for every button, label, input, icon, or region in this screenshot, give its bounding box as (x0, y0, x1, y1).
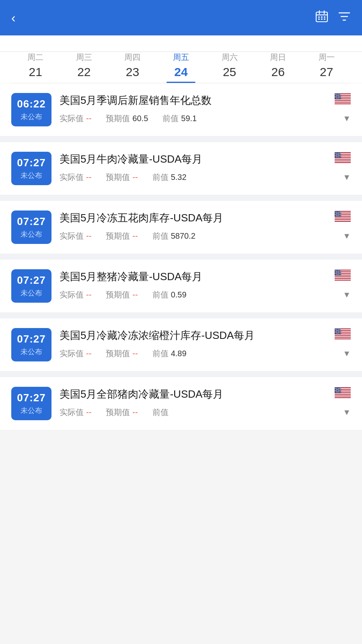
event-title: 美国5月冷冻五花肉库存-USDA每月 (60, 211, 330, 225)
week-selector: 周二 21 周三 22 周四 23 周五 24 周六 25 周日 26 周一 2… (0, 52, 362, 83)
day-col-27[interactable]: 周一 27 (302, 52, 351, 83)
back-button[interactable]: ‹ (11, 10, 16, 25)
day-num: 27 (320, 65, 333, 79)
actual-value: -- (86, 290, 91, 299)
event-status: 未公布 (21, 229, 42, 239)
expand-arrow[interactable]: ▼ (343, 114, 351, 123)
prev-label: 前值 (152, 289, 169, 300)
us-flag-icon: ★★★★★★ ★★★★ ★★★★★ ★★★★ (335, 270, 351, 283)
prev-value-group: 前值 59.1 (162, 113, 197, 124)
actual-label: 实际值 (60, 231, 84, 242)
day-num: 26 (271, 65, 284, 79)
expand-arrow[interactable]: ▼ (343, 290, 351, 299)
svg-rect-4 (318, 17, 320, 18)
event-time: 06:22 (17, 98, 46, 110)
prev-value-group: 前值 5870.2 (152, 231, 195, 242)
expand-arrow[interactable]: ▼ (343, 349, 351, 358)
events-container: 06:22 未公布 美国5月季调后新屋销售年化总数 ★★★★★★ ★★★★ ★★… (0, 83, 362, 430)
day-num: 21 (29, 65, 42, 79)
us-flag-icon: ★★★★★★ ★★★★ ★★★★★ ★★★★ (335, 93, 351, 107)
expect-value: -- (132, 231, 138, 241)
us-flag-icon: ★★★★★★ ★★★★ ★★★★★ ★★★★ (335, 211, 351, 225)
prev-label: 前值 (162, 113, 179, 124)
prev-label: 前值 (152, 172, 169, 183)
time-box: 07:27 未公布 (11, 328, 51, 361)
event-card: 07:27 未公布 美国5月全部猪肉冷藏量-USDA每月 ★★★★★★ ★★★★… (0, 377, 362, 430)
svg-rect-43 (335, 161, 351, 162)
day-col-24[interactable]: 周五 24 (157, 52, 206, 83)
filter-icon[interactable] (338, 10, 351, 26)
svg-text:★: ★ (339, 215, 341, 217)
event-time: 07:27 (17, 392, 46, 404)
event-body: 美国5月季调后新屋销售年化总数 ★★★★★★ ★★★★ ★★★★★ ★★★★ 实… (60, 93, 351, 124)
expand-arrow[interactable]: ▼ (343, 408, 351, 417)
event-title: 美国5月牛肉冷藏量-USDA每月 (60, 152, 330, 166)
day-name: 周五 (173, 52, 189, 63)
svg-rect-151 (335, 396, 351, 397)
prev-value-group: 前值 5.32 (152, 172, 187, 183)
expect-value-group: 预期值 -- (106, 407, 138, 418)
actual-value-group: 实际值 -- (60, 348, 91, 359)
expand-arrow[interactable]: ▼ (343, 173, 351, 182)
event-body: 美国5月牛肉冷藏量-USDA每月 ★★★★★★ ★★★★ ★★★★★ ★★★★ … (60, 152, 351, 183)
event-status: 未公布 (21, 112, 42, 122)
day-col-23[interactable]: 周四 23 (108, 52, 157, 83)
app-header: ‹ (0, 0, 362, 35)
day-name: 周四 (124, 52, 140, 63)
expect-value: -- (132, 349, 138, 358)
expect-value: -- (132, 290, 138, 299)
header-actions (315, 10, 351, 26)
svg-rect-15 (335, 101, 351, 102)
svg-rect-96 (335, 277, 351, 278)
svg-rect-5 (321, 17, 323, 18)
event-status: 未公布 (21, 347, 42, 357)
event-title-row: 美国5月牛肉冷藏量-USDA每月 ★★★★★★ ★★★★ ★★★★★ ★★★★ (60, 152, 351, 166)
event-title-row: 美国5月冷藏冷冻浓缩橙汁库存-USDA每月 ★★★★★★ ★★★★ ★★★★★ … (60, 328, 351, 343)
calendar-icon[interactable] (315, 10, 328, 26)
day-name: 周一 (319, 52, 335, 63)
event-title: 美国5月全部猪肉冷藏量-USDA每月 (60, 387, 330, 401)
actual-value-group: 实际值 -- (60, 231, 91, 242)
event-title: 美国5月冷藏冷冻浓缩橙汁库存-USDA每月 (60, 328, 330, 343)
day-name: 周六 (222, 52, 238, 63)
day-col-26[interactable]: 周日 26 (254, 52, 302, 83)
svg-rect-42 (335, 160, 351, 161)
us-flag-icon: ★★★★★★ ★★★★ ★★★★★ ★★★★ (335, 328, 351, 342)
date-bar (0, 35, 362, 52)
expect-value: -- (132, 173, 138, 182)
event-card: 07:27 未公布 美国5月冷冻五花肉库存-USDA每月 ★★★★★★ ★★★★… (0, 201, 362, 254)
actual-label: 实际值 (60, 407, 84, 418)
event-title-row: 美国5月季调后新屋销售年化总数 ★★★★★★ ★★★★ ★★★★★ ★★★★ (60, 93, 351, 107)
actual-value: -- (86, 114, 91, 123)
event-title: 美国5月季调后新屋销售年化总数 (60, 93, 330, 107)
svg-rect-6 (324, 17, 325, 18)
day-col-25[interactable]: 周六 25 (205, 52, 254, 83)
event-title-row: 美国5月冷冻五花肉库存-USDA每月 ★★★★★★ ★★★★ ★★★★★ ★★★… (60, 211, 351, 225)
svg-rect-16 (335, 103, 351, 103)
expect-label: 预期值 (106, 289, 130, 300)
event-status: 未公布 (21, 288, 42, 298)
svg-rect-8 (321, 19, 323, 20)
prev-value: 4.89 (171, 349, 187, 358)
expect-value: -- (132, 408, 138, 417)
actual-value-group: 实际值 -- (60, 289, 91, 300)
event-values: 实际值 -- 预期值 60.5 前值 59.1 ▼ (60, 113, 351, 124)
svg-rect-123 (335, 336, 351, 337)
day-name: 周日 (270, 52, 286, 63)
actual-value-group: 实际值 -- (60, 407, 91, 418)
svg-rect-70 (335, 220, 351, 221)
event-time: 07:27 (17, 274, 46, 287)
day-col-22[interactable]: 周三 22 (60, 52, 109, 83)
day-col-21[interactable]: 周二 21 (11, 52, 60, 83)
event-title-row: 美国5月全部猪肉冷藏量-USDA每月 ★★★★★★ ★★★★ ★★★★★ ★★★… (60, 387, 351, 401)
prev-label: 前值 (152, 231, 169, 242)
prev-value-group: 前值 4.89 (152, 348, 187, 359)
prev-label: 前值 (152, 407, 169, 418)
svg-text:★: ★ (339, 156, 341, 158)
day-name: 周二 (27, 52, 43, 63)
event-values: 实际值 -- 预期值 -- 前值 0.59 ▼ (60, 289, 351, 300)
svg-rect-95 (335, 276, 351, 277)
svg-rect-122 (335, 334, 351, 335)
expand-arrow[interactable]: ▼ (343, 231, 351, 241)
event-status: 未公布 (21, 406, 42, 415)
